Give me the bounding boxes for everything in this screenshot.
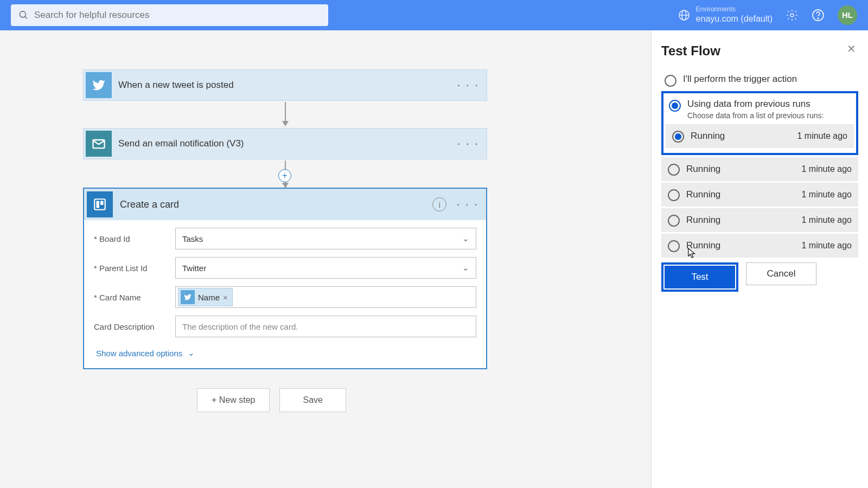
board-id-value: Tasks bbox=[182, 234, 203, 243]
svg-line-1 bbox=[25, 16, 27, 18]
card-desc-input[interactable]: The description of the new card. bbox=[175, 316, 476, 337]
run-radio[interactable] bbox=[668, 164, 680, 176]
env-value: enayu.com (default) bbox=[696, 14, 773, 25]
opt2-label: Using data from previous runs bbox=[687, 99, 824, 110]
test-button[interactable]: Test bbox=[665, 266, 735, 288]
svg-point-0 bbox=[20, 11, 25, 17]
opt1-label: I'll perform the trigger action bbox=[683, 74, 797, 85]
run-radio[interactable] bbox=[668, 215, 680, 227]
board-id-label: * Board Id bbox=[94, 234, 175, 243]
arrow-1 bbox=[285, 102, 286, 126]
step1-menu[interactable]: · · · bbox=[457, 78, 479, 92]
run-status: Running bbox=[691, 131, 725, 142]
twitter-icon bbox=[86, 72, 112, 98]
svg-rect-9 bbox=[94, 199, 105, 210]
parent-list-label: * Parent List Id bbox=[94, 264, 175, 273]
svg-rect-10 bbox=[97, 201, 99, 208]
action-step-trello: Create a card i · · · * Board Id Tasks ⌄… bbox=[83, 188, 487, 369]
cursor-icon bbox=[687, 247, 697, 259]
env-label: Environments bbox=[696, 5, 773, 14]
radio-manual[interactable] bbox=[665, 75, 676, 87]
run-radio[interactable] bbox=[668, 240, 680, 252]
panel-title: Test Flow bbox=[661, 43, 858, 59]
close-icon[interactable]: ✕ bbox=[847, 42, 856, 55]
trigger-option-previous[interactable]: Using data from previous runs Choose dat… bbox=[666, 97, 854, 124]
action-step-email[interactable]: Send an email notification (V3) · · · bbox=[83, 128, 487, 159]
svg-point-5 bbox=[790, 14, 794, 17]
chevron-down-icon: ⌄ bbox=[188, 348, 195, 358]
info-icon[interactable]: i bbox=[432, 197, 446, 211]
run-item-1[interactable]: Running 1 minute ago bbox=[661, 157, 858, 183]
run-status: Running bbox=[686, 164, 720, 175]
step3-menu[interactable]: · · · bbox=[456, 197, 478, 211]
trello-icon bbox=[87, 191, 113, 217]
avatar[interactable]: HL bbox=[838, 5, 857, 25]
dynamic-token-name[interactable]: Name × bbox=[178, 288, 233, 306]
parent-list-value: Twitter bbox=[182, 264, 206, 273]
card-desc-label: Card Description bbox=[94, 322, 175, 331]
add-step-inline[interactable]: + bbox=[278, 169, 291, 182]
card-desc-placeholder: The description of the new card. bbox=[182, 322, 298, 331]
highlighted-section: Using data from previous runs Choose dat… bbox=[661, 91, 858, 155]
show-advanced-link[interactable]: Show advanced options ⌄ bbox=[96, 348, 195, 358]
gear-icon[interactable] bbox=[786, 9, 799, 22]
globe-icon bbox=[678, 9, 691, 22]
token-label: Name bbox=[198, 293, 220, 302]
board-id-select[interactable]: Tasks ⌄ bbox=[175, 228, 476, 249]
chevron-down-icon: ⌄ bbox=[462, 263, 469, 273]
run-time: 1 minute ago bbox=[801, 215, 852, 225]
parent-list-select[interactable]: Twitter ⌄ bbox=[175, 257, 476, 279]
step1-title: When a new tweet is posted bbox=[118, 80, 234, 91]
run-time: 1 minute ago bbox=[801, 241, 852, 251]
run-item-3[interactable]: Running 1 minute ago bbox=[661, 208, 858, 234]
chevron-down-icon: ⌄ bbox=[462, 234, 469, 243]
search-box[interactable] bbox=[11, 4, 328, 26]
trigger-step[interactable]: When a new tweet is posted · · · bbox=[83, 69, 487, 101]
run-item-2[interactable]: Running 1 minute ago bbox=[661, 183, 858, 208]
top-right: Environments enayu.com (default) HL bbox=[678, 5, 857, 25]
opt2-sub: Choose data from a list of previous runs… bbox=[687, 111, 824, 120]
step3-title: Create a card bbox=[120, 199, 179, 210]
search-icon bbox=[18, 10, 29, 21]
card-name-label: * Card Name bbox=[94, 293, 175, 302]
run-status: Running bbox=[686, 189, 720, 200]
run-radio[interactable] bbox=[672, 131, 684, 143]
run-item-0[interactable]: Running 1 minute ago bbox=[666, 124, 854, 150]
run-time: 1 minute ago bbox=[797, 131, 847, 141]
help-icon[interactable] bbox=[812, 9, 825, 22]
svg-point-7 bbox=[818, 18, 819, 19]
cancel-button[interactable]: Cancel bbox=[746, 262, 816, 285]
trello-step-header[interactable]: Create a card i · · · bbox=[84, 189, 486, 220]
mail-icon bbox=[86, 131, 112, 157]
run-time: 1 minute ago bbox=[801, 190, 852, 200]
save-button[interactable]: Save bbox=[279, 388, 346, 412]
trigger-option-manual[interactable]: I'll perform the trigger action bbox=[661, 69, 858, 91]
radio-previous[interactable] bbox=[669, 100, 681, 112]
advanced-label: Show advanced options bbox=[96, 349, 182, 358]
card-name-input[interactable]: Name × bbox=[175, 286, 476, 308]
new-step-button[interactable]: + New step bbox=[197, 388, 270, 412]
step2-title: Send an email notification (V3) bbox=[118, 138, 244, 149]
step2-menu[interactable]: · · · bbox=[457, 137, 479, 151]
run-radio[interactable] bbox=[668, 189, 680, 201]
test-flow-panel: Test Flow ✕ I'll perform the trigger act… bbox=[651, 30, 868, 488]
svg-rect-11 bbox=[100, 201, 103, 206]
search-input[interactable] bbox=[34, 10, 321, 21]
environment-picker[interactable]: Environments enayu.com (default) bbox=[678, 5, 773, 25]
test-button-highlight: Test bbox=[661, 262, 738, 292]
run-time: 1 minute ago bbox=[801, 164, 852, 174]
twitter-icon bbox=[181, 290, 195, 304]
top-bar: Environments enayu.com (default) HL bbox=[0, 0, 868, 30]
remove-token-icon[interactable]: × bbox=[223, 293, 228, 302]
run-status: Running bbox=[686, 215, 720, 226]
